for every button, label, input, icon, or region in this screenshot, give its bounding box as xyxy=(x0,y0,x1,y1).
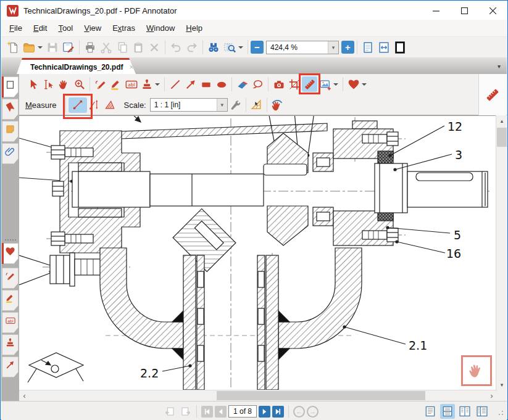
facing-layout-icon[interactable] xyxy=(457,404,472,419)
menu-tool[interactable]: Tool xyxy=(52,21,78,35)
fit-page-icon[interactable] xyxy=(360,39,376,56)
favorites-heart-icon[interactable] xyxy=(346,76,361,92)
lasso-icon[interactable] xyxy=(250,76,265,92)
settings-wrench-icon[interactable] xyxy=(228,97,243,113)
redo-icon[interactable] xyxy=(184,39,200,56)
zoom-out-button[interactable]: − xyxy=(251,41,264,54)
previous-view-icon[interactable] xyxy=(163,405,177,418)
arrow-icon[interactable] xyxy=(183,76,198,92)
line-icon[interactable] xyxy=(167,76,183,92)
document-canvas[interactable]: 12 3 5 16 2.1 2.2 xyxy=(19,115,497,390)
sidebar-tab-annotations[interactable] xyxy=(2,121,19,142)
tab-overflow-icon[interactable]: ▾ xyxy=(498,63,501,70)
sidebar-tab-pages[interactable] xyxy=(2,76,19,97)
scroll-down-icon[interactable]: ▾ xyxy=(496,379,507,390)
pan-hand-icon[interactable] xyxy=(56,76,72,92)
menu-edit[interactable]: Edit xyxy=(28,21,52,35)
save-as-icon[interactable] xyxy=(60,39,77,56)
sidebar-tab-pen[interactable] xyxy=(2,268,19,289)
zoom-combobox-arrow-icon[interactable]: ▾ xyxy=(328,41,338,54)
zoom-in-button[interactable]: + xyxy=(341,41,354,54)
close-button[interactable] xyxy=(478,1,507,20)
last-page-button[interactable] xyxy=(272,406,284,418)
save-icon[interactable] xyxy=(44,39,60,56)
undo-icon[interactable] xyxy=(168,39,184,56)
delete-icon[interactable] xyxy=(146,39,162,56)
ellipse-icon[interactable] xyxy=(214,76,229,92)
scale-combobox-arrow-icon[interactable]: ▾ xyxy=(217,99,227,111)
vertical-scrollbar[interactable]: ▴ ▾ xyxy=(496,115,507,400)
sidebar-tab-favorites[interactable] xyxy=(2,243,19,264)
zoom-region-icon[interactable] xyxy=(222,39,238,56)
continuous-layout-icon[interactable] xyxy=(440,404,455,419)
vertical-scroll-thumb[interactable] xyxy=(497,128,507,147)
select-cursor-icon[interactable] xyxy=(25,76,41,92)
measure-area-icon[interactable] xyxy=(102,97,118,113)
zoom-level-combobox[interactable]: ▾ xyxy=(266,41,339,54)
stamp-dropdown-icon[interactable] xyxy=(155,83,160,86)
scroll-right-icon[interactable]: › xyxy=(486,390,497,401)
pen-icon[interactable] xyxy=(93,76,108,92)
scale-combobox[interactable]: 1 : 1 [in] ▾ xyxy=(150,98,228,112)
measure-ruler-icon[interactable] xyxy=(302,76,317,92)
insert-image-icon[interactable] xyxy=(317,76,333,92)
favorites-dropdown-icon[interactable] xyxy=(362,83,367,86)
full-page-icon[interactable] xyxy=(392,39,408,56)
back-icon[interactable]: ← xyxy=(293,406,305,418)
print-icon[interactable] xyxy=(82,39,98,56)
sidebar-tab-marker[interactable] xyxy=(2,290,19,311)
rectangle-icon[interactable] xyxy=(198,76,214,92)
scroll-up-icon[interactable]: ▴ xyxy=(496,115,507,126)
cut-icon[interactable] xyxy=(98,39,114,56)
document-tab[interactable]: TechnicalDrawings_20.pdf × xyxy=(17,58,136,74)
zoom-in-tool-icon[interactable] xyxy=(72,76,87,92)
zoom-region-dropdown-icon[interactable] xyxy=(238,46,243,49)
sidebar-grip[interactable] xyxy=(5,239,16,242)
text-box-icon[interactable] xyxy=(123,76,139,92)
menu-window[interactable]: Window xyxy=(141,21,180,35)
new-document-icon[interactable] xyxy=(5,39,21,56)
page-indicator[interactable]: 1 of 8 xyxy=(228,405,257,418)
crop-icon[interactable] xyxy=(286,76,302,92)
text-select-icon[interactable] xyxy=(41,76,56,92)
scroll-left-icon[interactable]: ‹ xyxy=(19,390,30,401)
single-page-layout-icon[interactable] xyxy=(423,404,438,419)
sidebar-tab-arrow[interactable] xyxy=(2,356,19,377)
snapshot-camera-icon[interactable] xyxy=(271,76,286,92)
sidebar-tab-bookmarks[interactable] xyxy=(2,99,19,120)
menu-file[interactable]: File xyxy=(4,21,28,35)
forward-icon[interactable]: → xyxy=(307,406,319,418)
zoom-level-input[interactable] xyxy=(267,43,328,52)
stamp-icon[interactable] xyxy=(139,76,154,92)
paste-icon[interactable] xyxy=(130,39,146,56)
facing-continuous-layout-icon[interactable] xyxy=(475,404,489,419)
eraser-icon[interactable] xyxy=(235,76,250,92)
measure-perimeter-icon[interactable] xyxy=(87,97,102,113)
menu-help[interactable]: Help xyxy=(180,21,208,35)
marker-icon[interactable] xyxy=(108,76,123,92)
horizontal-scroll-thumb[interactable] xyxy=(217,391,425,400)
sidebar-tab-stamp[interactable] xyxy=(2,334,19,355)
previous-page-button[interactable] xyxy=(215,406,227,418)
sidebar-tab-attachments[interactable] xyxy=(2,143,19,164)
copy-icon[interactable] xyxy=(114,39,130,56)
maximize-button[interactable] xyxy=(450,1,478,20)
find-icon[interactable] xyxy=(206,39,222,56)
sidebar-tab-textbox[interactable] xyxy=(2,312,19,333)
measure-distance-icon[interactable] xyxy=(69,97,87,113)
menu-view[interactable]: View xyxy=(78,21,107,35)
fit-width-icon[interactable] xyxy=(376,39,392,56)
minimize-button[interactable] xyxy=(422,1,450,20)
open-folder-icon[interactable] xyxy=(21,39,37,56)
first-page-button[interactable] xyxy=(201,406,213,418)
insert-image-dropdown-icon[interactable] xyxy=(333,83,338,86)
next-page-button[interactable] xyxy=(259,406,270,418)
protractor-icon[interactable] xyxy=(249,97,264,113)
resize-grip[interactable] xyxy=(496,408,503,415)
snap-hand-icon[interactable] xyxy=(270,97,285,113)
horizontal-scrollbar[interactable]: ‹ › xyxy=(19,390,497,400)
menu-extras[interactable]: Extras xyxy=(107,21,141,35)
open-dropdown-icon[interactable] xyxy=(38,46,43,49)
next-view-icon[interactable] xyxy=(178,405,192,418)
tab-close-icon[interactable]: × xyxy=(130,64,134,71)
